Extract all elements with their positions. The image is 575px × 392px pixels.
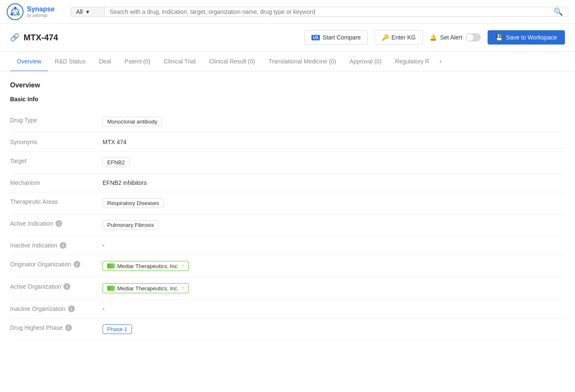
info-label-7: Originator Organizationi	[10, 261, 103, 268]
org-growth-icon-8: ↑	[181, 285, 184, 292]
enter-kg-button[interactable]: 🔑 Enter KG	[375, 30, 423, 45]
info-label-9: Inactive Organizationi	[10, 305, 103, 312]
svg-point-4	[11, 13, 13, 16]
text-value-3: EFNB2 inhibitors	[103, 179, 147, 186]
info-row-inactive-indication: Inactive Indicationi-	[10, 236, 565, 255]
org-tag-8[interactable]: Mediar Therapeutics, Inc.↑	[103, 283, 189, 293]
info-label-1: Synonyms	[10, 139, 103, 145]
info-value-4: Respiratory Diseases	[103, 198, 565, 208]
tag-4[interactable]: Respiratory Diseases	[103, 198, 164, 208]
tag-blue-10[interactable]: Phase 1	[103, 324, 132, 334]
info-tooltip-icon-6[interactable]: i	[60, 242, 66, 249]
logo-sub-text: by patsnap	[27, 13, 55, 18]
org-icon-7	[107, 263, 115, 268]
svg-point-3	[17, 13, 20, 16]
save-label: Save to Workspace	[506, 34, 557, 41]
org-name-8: Mediar Therapeutics, Inc.	[117, 285, 179, 292]
tab-clinical-result-0[interactable]: Clinical Result (0)	[202, 52, 262, 71]
info-label-3: Mechanism	[10, 179, 103, 186]
info-label-8: Active Organizationi	[10, 283, 103, 290]
org-tag-7[interactable]: Mediar Therapeutics, Inc.↑	[103, 261, 189, 271]
save-icon: 💾	[496, 34, 503, 41]
info-row-mechanism: MechanismEFNB2 inhibitors	[10, 174, 565, 192]
info-label-4: Therapeutic Areas	[10, 198, 103, 205]
info-row-originator-organization: Originator OrganizationiMediar Therapeut…	[10, 255, 565, 277]
drug-header-left: 🔗 MTX-474	[10, 33, 298, 42]
info-value-1: MTX 474	[103, 139, 565, 145]
svg-point-0	[7, 4, 23, 20]
tab-translational-medicine-0[interactable]: Translational Medicine (0)	[262, 52, 343, 71]
svg-point-2	[14, 7, 16, 9]
svg-line-6	[16, 12, 18, 13]
tabs-bar: OverviewR&D StatusDealPatent (0)Clinical…	[0, 52, 575, 71]
tag-5[interactable]: Pulmonary Fibrosis	[103, 220, 158, 230]
logo-main-text: Synapse	[27, 5, 55, 13]
link-icon: 🔗	[10, 33, 19, 42]
set-alert-area: 🔔 Set Alert	[430, 33, 481, 42]
tag-0[interactable]: Monoclonal antibody	[103, 117, 162, 126]
logo-area: Synapse by patsnap	[7, 3, 66, 20]
info-rows-container: Drug TypeMonoclonal antibodySynonymsMTX …	[10, 111, 565, 340]
info-label-5: Active Indicationi	[10, 220, 103, 227]
search-input-wrapper	[105, 7, 549, 16]
info-value-7: Mediar Therapeutics, Inc.↑	[103, 261, 565, 271]
save-to-workspace-button[interactable]: 💾 Save to Workspace	[488, 30, 565, 45]
synapse-logo-icon	[7, 3, 24, 20]
info-label-0: Drug Type	[10, 117, 103, 124]
start-compare-label: Start Compare	[322, 34, 361, 41]
info-tooltip-icon-7[interactable]: i	[74, 261, 80, 268]
text-value-1: MTX 474	[103, 139, 127, 145]
compare-badge: U5	[311, 35, 320, 40]
info-row-drug-highest-phase: Drug Highest PhaseiPhase 1	[10, 318, 565, 340]
info-label-6: Inactive Indicationi	[10, 242, 103, 249]
dash-value-9: -	[103, 305, 105, 312]
dash-value-6: -	[103, 242, 105, 249]
drug-title: MTX-474	[24, 33, 58, 42]
tabs-more-button[interactable]: ›	[436, 52, 445, 71]
info-value-10: Phase 1	[103, 324, 565, 334]
top-navbar: Synapse by patsnap All ▾ 🔍	[0, 0, 575, 24]
info-value-9: -	[103, 305, 565, 312]
info-tooltip-icon-8[interactable]: i	[63, 283, 70, 290]
tab-approval-0[interactable]: Approval (0)	[343, 52, 388, 71]
org-name-7: Mediar Therapeutics, Inc.	[117, 263, 179, 269]
info-value-5: Pulmonary Fibrosis	[103, 220, 565, 230]
set-alert-label: Set Alert	[440, 34, 462, 41]
tab-r&d-status[interactable]: R&D Status	[48, 52, 92, 71]
drug-header-actions: U5 Start Compare 🔑 Enter KG 🔔 Set Alert …	[304, 30, 565, 45]
drug-header: 🔗 MTX-474 U5 Start Compare 🔑 Enter KG 🔔 …	[0, 24, 575, 52]
search-type-dropdown[interactable]: All ▾	[71, 7, 105, 16]
info-value-0: Monoclonal antibody	[103, 117, 565, 126]
info-value-6: -	[103, 242, 565, 249]
start-compare-button[interactable]: U5 Start Compare	[304, 30, 368, 45]
tag-2[interactable]: EFNB2	[103, 158, 129, 167]
tab-clinical-trial[interactable]: Clinical Trial	[157, 52, 202, 71]
info-tooltip-icon-10[interactable]: i	[65, 324, 72, 331]
info-row-therapeutic-areas: Therapeutic AreasRespiratory Diseases	[10, 192, 565, 214]
tab-patent-0[interactable]: Patent (0)	[118, 52, 157, 71]
info-value-8: Mediar Therapeutics, Inc.↑	[103, 283, 565, 293]
info-row-target: TargetEFNB2	[10, 152, 565, 174]
info-row-synonyms: SynonymsMTX 474	[10, 133, 565, 152]
info-tooltip-icon-5[interactable]: i	[55, 220, 62, 227]
enter-kg-label: Enter KG	[391, 34, 416, 41]
kg-icon: 🔑	[382, 34, 389, 41]
info-tooltip-icon-9[interactable]: i	[68, 305, 75, 312]
alert-toggle[interactable]	[466, 33, 481, 42]
tab-regulatory-r[interactable]: Regulatory R	[388, 52, 436, 71]
tab-deal[interactable]: Deal	[92, 52, 118, 71]
overview-section-title: Overview	[10, 82, 565, 89]
org-growth-icon-7: ↑	[181, 263, 184, 269]
search-type-value: All	[76, 8, 83, 15]
tab-overview[interactable]: Overview	[10, 52, 48, 71]
chevron-down-icon: ▾	[86, 8, 89, 15]
search-button[interactable]: 🔍	[549, 7, 568, 16]
search-input[interactable]	[110, 8, 543, 15]
alert-icon: 🔔	[430, 34, 437, 41]
info-value-3: EFNB2 inhibitors	[103, 179, 565, 186]
svg-line-7	[13, 12, 15, 13]
info-label-10: Drug Highest Phasei	[10, 324, 103, 331]
info-row-active-indication: Active IndicationiPulmonary Fibrosis	[10, 214, 565, 236]
basic-info-title: Basic Info	[10, 96, 565, 103]
org-icon-8	[107, 286, 115, 291]
